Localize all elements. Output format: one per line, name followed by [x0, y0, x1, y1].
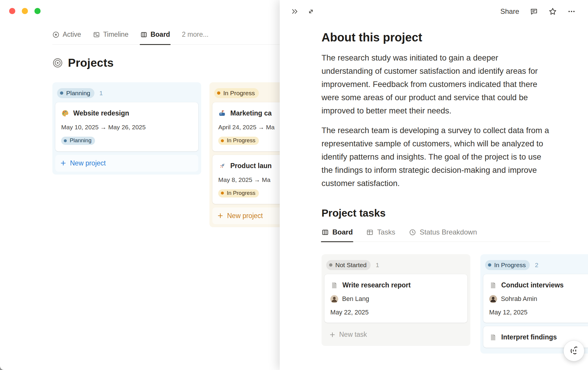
- screen: Active Timeline: [0, 0, 588, 370]
- status-dot: [60, 91, 63, 95]
- new-project-label: New project: [227, 212, 263, 220]
- avatar: [330, 295, 338, 303]
- new-task-label: New task: [339, 331, 367, 339]
- notion-ai-button[interactable]: [564, 341, 584, 361]
- favorite-star-icon[interactable]: [549, 7, 557, 16]
- task-tab-label: Status Breakdown: [420, 228, 477, 236]
- project-title: Marketing ca: [230, 109, 272, 117]
- board-icon: [322, 229, 329, 236]
- view-tab-more[interactable]: 2 more...: [182, 31, 209, 38]
- new-task-button[interactable]: New task: [324, 326, 467, 343]
- plus-icon: [329, 332, 336, 338]
- view-tab-board[interactable]: Board: [140, 31, 170, 38]
- view-tab-label: 2 more...: [182, 31, 209, 38]
- status-dot: [221, 139, 224, 142]
- column-count: 2: [535, 262, 538, 269]
- task-tab-status-breakdown[interactable]: Status Breakdown: [409, 228, 477, 236]
- about-paragraph: The research study was initiated to gain…: [322, 51, 552, 117]
- status-label: In Progress: [494, 262, 526, 268]
- column-planning: Planning 1: [52, 82, 201, 175]
- column-task-in-progress: In Progress 2: [480, 254, 588, 354]
- status-dot: [221, 192, 224, 195]
- view-tab-label: Timeline: [103, 31, 129, 38]
- status-label: In Progress: [227, 138, 255, 144]
- minimize-window-button[interactable]: [22, 8, 28, 14]
- project-title: Website redesign: [73, 109, 129, 117]
- task-view-tabs: Board Tasks: [322, 228, 550, 242]
- comments-icon[interactable]: [530, 7, 538, 16]
- column-header: In Progress 2: [483, 257, 588, 274]
- panel-body: About this project The research study wa…: [280, 30, 588, 354]
- clock-icon: [409, 229, 416, 236]
- status-pill-in-progress[interactable]: In Progress: [214, 88, 259, 98]
- status-dot: [64, 139, 67, 142]
- status-badge: In Progress: [218, 137, 259, 145]
- task-title: Write research report: [342, 281, 411, 289]
- about-heading: About this project: [322, 30, 588, 45]
- view-tab-timeline[interactable]: Timeline: [93, 31, 129, 38]
- assignee-name: Sohrab Amin: [501, 295, 537, 303]
- task-tab-label: Tasks: [377, 228, 395, 236]
- status-pill-in-progress[interactable]: In Progress: [485, 260, 530, 270]
- more-options-icon[interactable]: [567, 7, 576, 16]
- task-date: May 12, 2025: [489, 309, 588, 316]
- status-badge: Planning: [61, 137, 95, 145]
- page-title: Projects: [68, 56, 114, 69]
- status-label: Not Started: [335, 262, 367, 268]
- view-tab-label: Active: [63, 31, 81, 38]
- column-header: Planning 1: [55, 85, 199, 102]
- status-pill-planning[interactable]: Planning: [57, 88, 94, 98]
- tasks-board: Not Started 1: [322, 254, 588, 354]
- task-card-conduct-interviews[interactable]: Conduct interviews: [483, 274, 588, 323]
- close-window-button[interactable]: [9, 8, 15, 14]
- about-paragraph: The research team is developing a survey…: [322, 124, 552, 190]
- new-project-label: New project: [70, 159, 106, 167]
- column-count: 1: [376, 262, 379, 269]
- status-badge: In Progress: [218, 189, 259, 197]
- view-tab-active[interactable]: Active: [52, 31, 81, 38]
- task-tab-label: Board: [332, 228, 353, 236]
- task-title: Conduct interviews: [501, 281, 564, 289]
- status-label: Planning: [66, 90, 90, 96]
- board-icon: [140, 31, 147, 38]
- column-count: 1: [99, 90, 103, 97]
- column-header: Not Started 1: [324, 257, 468, 274]
- assignee-name: Ben Lang: [342, 295, 369, 303]
- task-date: May 22, 2025: [330, 309, 462, 316]
- page-icon: [489, 334, 497, 341]
- task-tab-tasks[interactable]: Tasks: [366, 228, 395, 236]
- new-project-button[interactable]: New project: [55, 155, 198, 172]
- plus-icon: [60, 160, 66, 166]
- palette-icon: [61, 109, 69, 117]
- star-circle-icon: [52, 31, 59, 38]
- mailbox-icon: [218, 109, 226, 117]
- projects-board: Planning 1: [52, 82, 280, 227]
- table-icon: [366, 229, 374, 236]
- timeline-icon: [93, 31, 100, 38]
- window-controls: [9, 8, 41, 14]
- plus-icon: [217, 212, 224, 219]
- status-pill-not-started[interactable]: Not Started: [326, 260, 371, 270]
- close-peek-icon[interactable]: [291, 8, 299, 15]
- ai-face-icon: [568, 345, 579, 356]
- project-dates: May 10, 2025 → May 26, 2025: [61, 124, 192, 131]
- project-card-website-redesign[interactable]: Website redesign May 10, 2025 → May 26, …: [55, 102, 198, 151]
- status-label: Planning: [70, 138, 91, 144]
- tasks-heading: Project tasks: [322, 207, 588, 219]
- share-button[interactable]: Share: [500, 7, 519, 16]
- status-dot: [488, 263, 491, 267]
- open-full-page-icon[interactable]: [307, 8, 314, 15]
- column-not-started: Not Started 1: [322, 254, 470, 346]
- projects-page: Active Timeline: [0, 0, 280, 370]
- rocket-icon: [218, 162, 226, 170]
- app-window: Active Timeline: [0, 0, 588, 370]
- status-label: In Progress: [223, 90, 255, 96]
- task-card-write-research-report[interactable]: Write research report: [324, 274, 467, 323]
- project-title: Product laun: [230, 162, 272, 170]
- status-dot: [217, 91, 220, 95]
- target-icon: [52, 58, 63, 68]
- task-tab-board[interactable]: Board: [322, 228, 353, 236]
- view-tab-label: Board: [151, 31, 170, 38]
- view-tabs: Active Timeline: [52, 31, 280, 45]
- zoom-window-button[interactable]: [34, 8, 41, 14]
